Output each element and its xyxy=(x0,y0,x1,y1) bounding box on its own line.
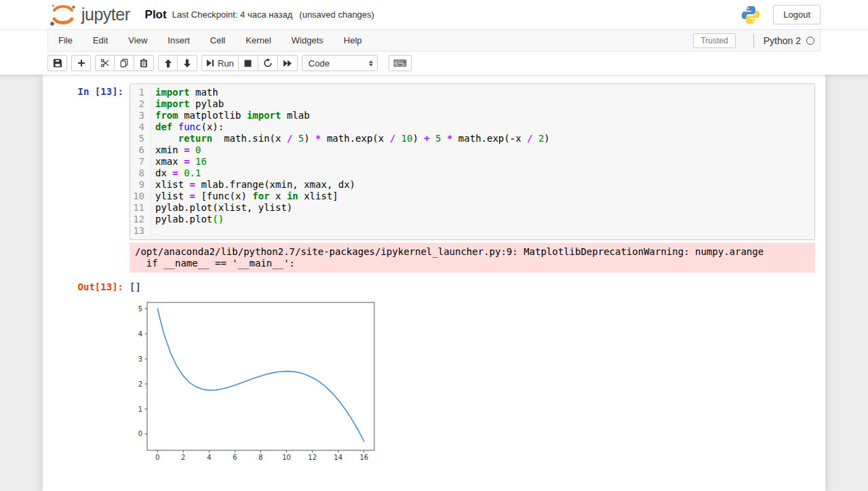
svg-text:4: 4 xyxy=(207,454,211,461)
arrow-up-icon xyxy=(164,59,172,68)
code-line[interactable]: 8dx = 0.1 xyxy=(130,168,814,179)
menu-cell[interactable]: Cell xyxy=(200,31,235,51)
menu-file[interactable]: File xyxy=(48,31,83,51)
logout-button[interactable]: Logout xyxy=(773,5,821,24)
jupyter-logo-icon xyxy=(47,2,79,28)
code-line[interactable]: 11pylab.plot(xlist, ylist) xyxy=(130,202,814,214)
svg-text:4: 4 xyxy=(138,330,142,338)
menu-insert[interactable]: Insert xyxy=(157,31,200,51)
command-palette-button[interactable]: ⌨ xyxy=(389,55,412,71)
line-number: 7 xyxy=(130,156,151,168)
kernel-idle-icon xyxy=(806,37,814,45)
svg-text:14: 14 xyxy=(334,454,342,461)
svg-text:6: 6 xyxy=(233,454,237,461)
insert-cell-below-button[interactable] xyxy=(71,55,91,71)
run-button[interactable]: Run xyxy=(201,55,239,71)
line-number: 5 xyxy=(130,133,151,144)
code-line[interactable]: 13 xyxy=(130,225,814,237)
code-line[interactable]: 6xmin = 0 xyxy=(130,144,814,156)
menu-widgets[interactable]: Widgets xyxy=(281,31,334,51)
code-line[interactable]: 1import math xyxy=(130,87,814,98)
plot-output: 0246810121416012345 xyxy=(130,294,382,465)
toolbar: Run Code xyxy=(47,52,821,75)
copy-icon xyxy=(119,58,129,68)
menu-help[interactable]: Help xyxy=(334,31,372,51)
code-line[interactable]: 4def func(x): xyxy=(130,121,814,133)
line-number: 4 xyxy=(130,121,151,133)
step-forward-icon xyxy=(206,59,214,67)
result-row: Out[13]: [] xyxy=(53,279,815,293)
move-cell-up-button[interactable] xyxy=(158,55,178,71)
output-area: /opt/anaconda2/lib/python2.7/site-packag… xyxy=(53,243,815,273)
svg-text:1: 1 xyxy=(138,406,142,413)
fast-forward-icon xyxy=(283,60,292,67)
stderr-prompt-spacer xyxy=(53,243,130,273)
paste-cells-button[interactable] xyxy=(134,55,154,71)
code-line[interactable]: 7xmax = 16 xyxy=(130,156,814,168)
code-line[interactable]: 2import pylab xyxy=(130,98,814,110)
save-button[interactable] xyxy=(47,55,67,71)
line-number: 9 xyxy=(130,179,151,191)
code-line[interactable]: 9xlist = mlab.frange(xmin, xmax, dx) xyxy=(130,179,814,191)
jupyter-wordmark: jupyter xyxy=(81,5,130,24)
code-editor[interactable]: 1import math2import pylab3from matplotli… xyxy=(130,83,815,240)
plot-output-row: 0246810121416012345 xyxy=(53,294,815,465)
notebook-title[interactable]: Plot xyxy=(145,8,167,22)
code-line[interactable]: 10ylist = [func(x) for x in xlist] xyxy=(130,191,814,202)
line-number: 10 xyxy=(130,191,151,202)
svg-text:2: 2 xyxy=(181,454,185,461)
svg-text:2: 2 xyxy=(138,380,142,388)
output-value: [] xyxy=(130,279,141,293)
line-number: 2 xyxy=(130,98,151,110)
code-line[interactable]: 5 return math.sin(x / 5) * math.exp(x / … xyxy=(130,133,814,144)
keyboard-icon: ⌨ xyxy=(393,58,407,68)
line-number: 1 xyxy=(130,87,151,98)
line-number: 6 xyxy=(130,144,151,156)
menubar-row: FileEditViewInsertCellKernelWidgetsHelp … xyxy=(0,30,868,52)
plot-prompt-spacer xyxy=(53,294,130,465)
code-line[interactable]: 3from matplotlib import mlab xyxy=(130,110,814,121)
svg-text:5: 5 xyxy=(138,305,142,313)
plus-icon xyxy=(77,59,85,67)
svg-text:16: 16 xyxy=(359,454,368,461)
menu-view[interactable]: View xyxy=(118,31,157,51)
stop-icon xyxy=(244,60,252,67)
svg-text:8: 8 xyxy=(258,454,262,461)
stderr-output: /opt/anaconda2/lib/python2.7/site-packag… xyxy=(130,243,815,273)
menubar: FileEditViewInsertCellKernelWidgetsHelp … xyxy=(47,30,821,52)
svg-text:0: 0 xyxy=(155,454,159,461)
line-number: 8 xyxy=(130,168,151,179)
cell-type-value: Code xyxy=(309,58,330,68)
svg-text:0: 0 xyxy=(138,430,142,437)
svg-text:12: 12 xyxy=(308,454,317,461)
select-arrows-icon xyxy=(369,60,373,66)
run-button-label: Run xyxy=(218,58,234,68)
cut-cells-button[interactable] xyxy=(95,55,115,71)
move-cell-down-button[interactable] xyxy=(178,55,197,71)
output-prompt: Out[13]: xyxy=(53,279,130,293)
svg-text:3: 3 xyxy=(138,355,142,363)
toolbar-row: Run Code xyxy=(0,52,868,75)
arrow-down-icon xyxy=(183,59,191,68)
input-prompt: In [13]: xyxy=(53,83,130,240)
scissors-icon xyxy=(100,58,110,68)
restart-run-all-button[interactable] xyxy=(278,55,298,71)
python-logo-icon xyxy=(741,5,761,25)
menu-kernel[interactable]: Kernel xyxy=(235,31,281,51)
restart-kernel-button[interactable] xyxy=(258,55,278,71)
cell-type-select[interactable]: Code xyxy=(302,55,378,71)
jupyter-logo[interactable]: jupyter xyxy=(47,2,130,28)
kernel-name: Python 2 xyxy=(764,35,801,46)
menu-edit[interactable]: Edit xyxy=(83,31,118,51)
matplotlib-figure: 0246810121416012345 xyxy=(132,297,382,462)
restart-icon xyxy=(263,58,273,68)
checkpoint-status: Last Checkpoint: 4 часа назад xyxy=(172,9,293,20)
save-icon xyxy=(53,58,62,68)
trusted-button[interactable]: Trusted xyxy=(693,33,735,48)
copy-cells-button[interactable] xyxy=(115,55,134,71)
interrupt-kernel-button[interactable] xyxy=(239,55,258,71)
line-number: 11 xyxy=(130,202,151,214)
code-line[interactable]: 12pylab.plot() xyxy=(130,214,814,225)
code-cell: In [13]: 1import math2import pylab3from … xyxy=(53,83,815,240)
title-row: jupyter Plot Last Checkpoint: 4 часа наз… xyxy=(0,0,868,30)
